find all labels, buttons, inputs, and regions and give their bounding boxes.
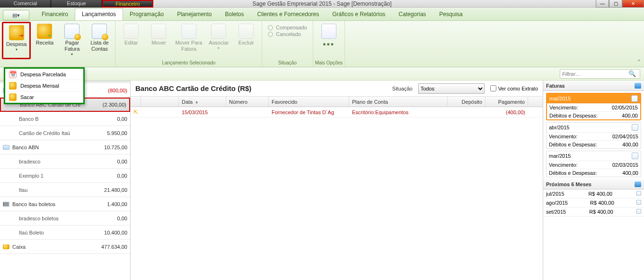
- ribbon-group-mais: ••• Mais Opções: [313, 21, 345, 67]
- col-favorecido[interactable]: Favorecido: [269, 97, 349, 107]
- window-minimize-button[interactable]: —: [596, 0, 609, 8]
- mais-opcoes-button[interactable]: •••: [315, 22, 343, 59]
- search-icon: 🔍: [628, 70, 636, 77]
- compensado-toggle[interactable]: Compensado: [268, 25, 307, 30]
- upcoming-month: ago/2015: [546, 200, 568, 206]
- calendar-red-icon: 📅: [9, 71, 17, 78]
- proximos-list: jul/2015R$ 400,00ago/2015R$ 400,00set/20…: [543, 190, 644, 280]
- panel-header-icon[interactable]: [635, 181, 641, 187]
- ribbon-group-selecionado: Editar Mover Mover Para Fatura Associar▾…: [115, 21, 262, 67]
- radio-icon: [268, 25, 273, 30]
- col-blank[interactable]: [141, 97, 179, 107]
- filter-input[interactable]: [562, 71, 628, 77]
- cancelado-label: Cancelado: [276, 31, 301, 37]
- dropdown-despesa-parcelada[interactable]: 📅Despesa Parcelada: [5, 69, 83, 80]
- receita-button[interactable]: Receita: [31, 22, 58, 59]
- account-name: Itau: [12, 187, 104, 193]
- associar-label: Associar: [209, 40, 229, 46]
- account-item[interactable]: Banco ABN10.725,00: [0, 140, 130, 154]
- invoice-icon: [632, 124, 638, 131]
- upcoming-row[interactable]: set/2015R$ 400,00: [543, 208, 644, 217]
- account-item[interactable]: bradesco boletos0,00: [0, 211, 130, 226]
- module-tab-estoque[interactable]: Estoque: [51, 0, 102, 8]
- menu-financeiro[interactable]: Financeiro: [35, 9, 75, 20]
- cancelado-toggle[interactable]: Cancelado: [268, 31, 301, 37]
- invoice-deb-value: 400,00: [622, 113, 638, 118]
- upcoming-row[interactable]: ago/2015R$ 400,00: [543, 199, 644, 208]
- lista-contas-button[interactable]: Lista de Contas: [86, 22, 113, 59]
- search-box[interactable]: 🔍: [560, 69, 640, 79]
- menubar: ▤▾ Financeiro Lançamentos Programação Pl…: [0, 8, 644, 21]
- mover-para-label: Mover Para Fatura: [175, 40, 202, 52]
- transactions-panel: Banco ABC Cartão de Crédito (R$) Situaçã…: [131, 81, 543, 280]
- situacao-select[interactable]: Todos: [418, 83, 485, 94]
- account-item[interactable]: Itaú Boleto10.400,00: [0, 226, 130, 240]
- account-item[interactable]: Exemplo 10,00: [0, 169, 130, 183]
- menu-boletos[interactable]: Boletos: [219, 9, 251, 20]
- account-balance: (2.300,00): [103, 102, 126, 108]
- account-item[interactable]: Banco B0,00: [0, 112, 130, 126]
- radio-icon: [268, 32, 273, 37]
- chevron-down-icon: ▾: [218, 46, 220, 50]
- module-tab-comercial[interactable]: Comercial: [0, 0, 51, 8]
- account-item[interactable]: Itau21.480,00: [0, 183, 130, 197]
- grid-body[interactable]: ⇱ 15/03/2015 Fornecedor de Tintas D´Ag E…: [131, 107, 543, 280]
- invoice-deb-value: 400,00: [622, 170, 638, 176]
- ribbon-collapse-button[interactable]: ⌃: [637, 59, 641, 65]
- dropdown-sacar[interactable]: Sacar: [5, 91, 83, 103]
- upcoming-row[interactable]: jul/2015R$ 400,00: [543, 190, 644, 199]
- col-icon[interactable]: [131, 97, 141, 107]
- col-plano[interactable]: Plano de Conta: [349, 97, 448, 107]
- col-pagamento[interactable]: Pagamento: [485, 97, 528, 107]
- faturas-header: Faturas: [543, 81, 644, 91]
- despesa-button[interactable]: Despesa ▾: [2, 22, 31, 59]
- account-name: Exemplo 1: [12, 173, 117, 179]
- coins-income-icon: [37, 24, 52, 39]
- window-close-button[interactable]: ✕: [622, 0, 644, 8]
- mover-para-fatura-button: Mover Para Fatura: [172, 22, 205, 59]
- table-row[interactable]: ⇱ 15/03/2015 Fornecedor de Tintas D´Ag E…: [131, 107, 543, 117]
- menu-lancamentos[interactable]: Lançamentos: [75, 8, 123, 20]
- proximos-title: Próximos 6 Meses: [546, 181, 591, 187]
- col-numero[interactable]: Número: [226, 97, 269, 107]
- menu-planejamento[interactable]: Planejamento: [170, 9, 218, 20]
- menu-graficos[interactable]: Gráficos e Relatórios: [326, 9, 392, 20]
- account-balance: 5.950,00: [107, 130, 127, 136]
- despesa-dropdown: 📅Despesa Parcelada Despesa Mensal Sacar: [4, 67, 85, 104]
- account-item[interactable]: Cartão de Crédito Itaú5.950,00: [0, 126, 130, 140]
- invoice-card[interactable]: mar/2015Vencimento:02/03/2015Débitos e D…: [546, 151, 641, 177]
- module-tab-financeiro[interactable]: Financeiro: [102, 0, 153, 8]
- ribbon-group-selecionado-label: Lançamento Selecionado: [117, 59, 260, 67]
- account-name: Itaú Boleto: [12, 230, 104, 235]
- upcoming-value: R$ 400,00: [589, 209, 613, 215]
- invoice-month: abr/2015: [549, 125, 569, 130]
- cell-plano: Escritório:Equipamentos: [349, 109, 448, 115]
- accounts-sidebar: Banco A(800,00)Banco ABC Cartão de Cré(2…: [0, 81, 131, 280]
- dropdown-despesa-mensal[interactable]: Despesa Mensal: [5, 80, 83, 91]
- account-item[interactable]: Banco Itau boletos1.400,00: [0, 197, 130, 211]
- menu-pesquisa[interactable]: Pesquisa: [432, 9, 469, 20]
- menu-programacao[interactable]: Programação: [123, 9, 170, 20]
- panel-header-icon[interactable]: [635, 83, 641, 89]
- ver-como-extrato-checkbox[interactable]: Ver como Extrato: [490, 85, 538, 91]
- invoice-card[interactable]: abr/2015Vencimento:02/04/2015Débitos e D…: [546, 122, 641, 149]
- account-item[interactable]: Caixa477.634,00: [0, 240, 130, 254]
- col-data[interactable]: Data▲: [179, 97, 226, 107]
- invoice-card[interactable]: mai/2015Vencimento:02/05/2015Débitos e D…: [546, 93, 641, 120]
- menu-categorias[interactable]: Categorias: [392, 9, 432, 20]
- pagar-fatura-button[interactable]: Pagar Fatura ▾: [58, 22, 86, 59]
- delete-icon: [238, 24, 254, 39]
- account-balance: 10.400,00: [104, 230, 127, 235]
- account-balance: 0,00: [117, 216, 127, 221]
- account-title: Banco ABC Cartão de Crédito (R$): [135, 84, 387, 92]
- pin-icon: [636, 200, 641, 205]
- account-balance: 477.634,00: [101, 244, 127, 250]
- col-deposito[interactable]: Depósito: [448, 97, 485, 107]
- receita-label: Receita: [36, 40, 53, 46]
- extrato-check[interactable]: [490, 85, 496, 91]
- menu-clientes[interactable]: Clientes e Fornecedores: [251, 9, 326, 20]
- quick-access-toolbar[interactable]: ▤▾: [3, 10, 29, 20]
- chevron-down-icon: ▾: [16, 47, 18, 52]
- account-item[interactable]: bradesco0,00: [0, 154, 130, 169]
- window-maximize-button[interactable]: ▢: [609, 0, 622, 8]
